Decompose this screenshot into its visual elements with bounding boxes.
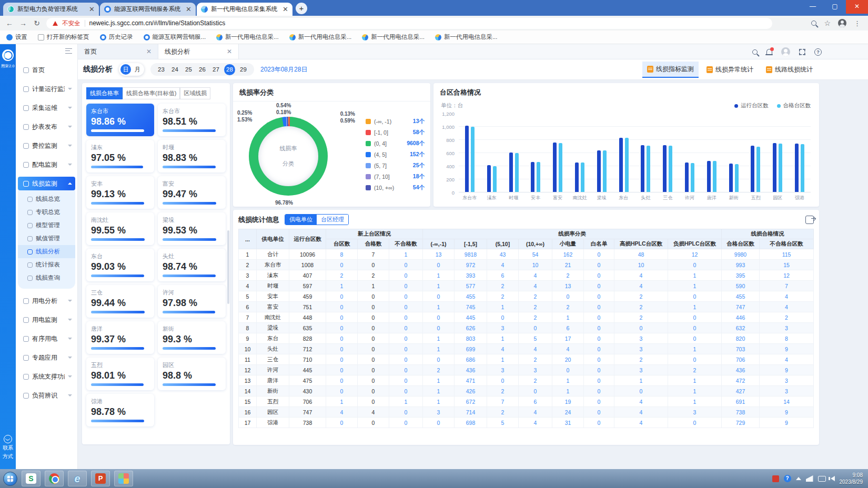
bar-group[interactable] [745,114,767,192]
rate-card[interactable]: 梁垛99.53 % [158,212,226,245]
table-row[interactable]: 15五烈7061011672761904169114 [239,396,814,407]
workspace-tab[interactable]: 首页✕ [78,44,158,59]
sidebar-subitem[interactable]: 线损分析 [18,245,75,258]
bar-legend-item[interactable]: 运行台区数 [734,102,769,109]
legend-item[interactable]: (7, 10]18个 [366,173,425,180]
bar-group[interactable] [723,114,745,192]
legend-item[interactable]: (5, 7]25个 [366,162,425,169]
legend-item[interactable]: (4, 5]152个 [366,151,425,158]
table-toggle-button[interactable]: 供电单位 [285,215,317,225]
start-button[interactable] [3,472,17,486]
rate-card[interactable]: 富安99.47 % [158,176,226,209]
day-option[interactable]: 26 [197,64,208,75]
tab-close-icon[interactable]: ✕ [89,6,95,13]
bar-group[interactable] [569,114,591,192]
bar-group[interactable] [701,114,723,192]
tray-alert-icon[interactable] [772,475,779,482]
zoom-icon[interactable] [811,21,816,26]
rate-card[interactable]: 弶港98.78 % [86,394,154,426]
help-icon[interactable]: ? [814,48,822,56]
bar-group[interactable] [503,114,525,192]
sidebar-item[interactable]: 抄表发布 [18,120,75,134]
day-option[interactable]: 28 [224,64,235,75]
taskbar-clock[interactable]: 9:08 2023/8/29 [840,472,865,486]
table-row[interactable]: 14新街43000014262010014273 [239,386,814,396]
sidebar-item[interactable]: 首页 [18,63,75,77]
sidebar-subitem[interactable]: 赋值管理 [18,232,75,245]
table-row[interactable]: 12许河44500024363300324369 [239,365,814,375]
day-option[interactable]: 24 [169,64,180,75]
rate-card[interactable]: 东台市98.51 % [158,104,226,136]
network-icon[interactable] [806,475,813,482]
rate-card[interactable]: 新街99.3 % [158,321,226,354]
sidebar-item[interactable]: 用电分析 [18,294,75,308]
bookmark-item[interactable]: 新一代用电信息采... [216,33,279,41]
bookmark-item[interactable]: 历史记录 [100,33,133,41]
legend-item[interactable]: (-∞, -1)13个 [366,118,425,125]
workspace-tab-close-icon[interactable]: ✕ [227,48,232,55]
bar-group[interactable] [766,114,789,192]
rate-tab[interactable]: 线损合格率(目标值) [123,87,180,99]
forward-icon[interactable]: → [19,19,27,27]
rate-card[interactable]: 五烈98.01 % [86,358,154,390]
bookmark-item[interactable]: 新一代用电信息采... [289,33,352,41]
table-row[interactable]: 4时堰597110157724130415907 [239,281,814,291]
sidebar-item[interactable]: 费控监测 [18,139,75,152]
table-row[interactable]: 11三仓710000068612200207064 [239,354,814,365]
sidebar-collapse-icon[interactable] [65,48,72,54]
table-row[interactable]: 2东台市1008000097241021010099315 [239,260,814,270]
tab-close-icon[interactable]: ✕ [186,6,191,13]
view-button[interactable]: 线损指标监测 [642,62,699,78]
table-row[interactable]: 9东台828000180315170308208 [239,333,814,344]
table-toggle-button[interactable]: 台区经理 [317,215,348,225]
bookmark-item[interactable]: 能源互联网营销服... [144,33,206,41]
day-option[interactable]: 29 [238,64,249,75]
rate-card[interactable]: 东台市98.86 % [86,104,154,136]
fullscreen-icon[interactable] [799,49,805,55]
table-row[interactable]: 7南沈灶44800004450210204462 [239,312,814,323]
sidebar-subitem[interactable]: 线损查询 [18,271,75,284]
view-button[interactable]: 线损异常统计 [702,62,758,77]
day-option[interactable]: 27 [210,64,221,75]
taskbar-app-wps[interactable]: S [22,471,41,486]
back-icon[interactable]: ← [5,19,14,27]
taskbar-app-ppt[interactable]: P [91,471,110,486]
contact-button[interactable]: 联系 方式 [3,435,13,460]
new-tab-button[interactable]: + [296,3,307,14]
browser-tab[interactable]: 新型电力负荷管理系统✕ [3,3,99,16]
table-row[interactable]: 6富安75100017451220217474 [239,302,814,312]
sidebar-subitem[interactable]: 专职总览 [18,206,75,219]
rate-card[interactable]: 安丰99.13 % [86,176,154,209]
bar-group[interactable] [789,114,811,192]
rate-card[interactable]: 时堰98.83 % [158,140,226,172]
mode-month-button[interactable]: 月 [132,64,143,75]
rate-card[interactable]: 溱东97.05 % [86,140,154,172]
notification-bell-icon[interactable] [766,49,772,54]
rate-card[interactable]: 东台99.03 % [86,249,154,281]
rate-card[interactable]: 园区98.8 % [158,358,226,390]
sidebar-item[interactable]: 配电监测 [18,158,75,171]
view-button[interactable]: 线路线损统计 [761,62,817,77]
sidebar-item[interactable]: 系统支撑功能 [18,370,75,383]
rate-card[interactable]: 头灶98.74 % [158,249,226,281]
bar-legend-item[interactable]: 合格台区数 [777,102,811,109]
bar-group[interactable] [547,114,569,192]
bookmark-item[interactable]: 新一代用电信息采... [362,33,425,41]
sidebar-item[interactable]: 负荷辨识 [18,389,75,402]
rate-card[interactable]: 唐洋99.37 % [86,321,154,354]
url-box[interactable]: 不安全 neweic.js.sgcc.com.cn/#/llm/line/Sta… [46,18,772,29]
bar-group[interactable] [481,114,503,192]
rate-panel-scrollbar[interactable] [227,230,229,304]
volume-icon[interactable] [831,476,835,481]
sidebar-subitem[interactable]: 统计报表 [18,258,75,271]
bookmark-item[interactable]: 新一代用电信息采... [435,33,498,41]
sidebar-item[interactable]: 有序用电 [18,332,75,345]
browser-tab[interactable]: 新一代用电信息采集系统✕ [197,3,292,16]
maximize-button[interactable]: ▢ [824,0,846,14]
rate-tab[interactable]: 区域线损 [180,87,210,99]
browser-menu-icon[interactable]: ⋮ [854,19,861,27]
tab-close-icon[interactable]: ✕ [282,6,288,13]
user-avatar[interactable] [781,47,790,56]
display-icon[interactable] [818,476,826,482]
browser-profile-icon[interactable] [838,19,846,27]
